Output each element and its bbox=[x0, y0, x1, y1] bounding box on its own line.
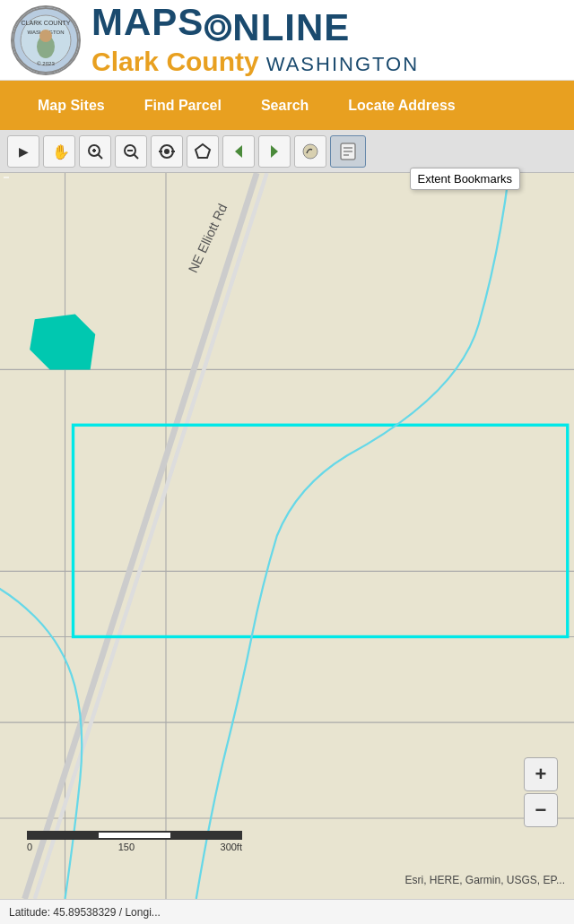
svg-text:CLARK COUNTY: CLARK COUNTY bbox=[22, 20, 71, 26]
header-title: MAPS ONLINE Clark County WASHINGTON bbox=[91, 4, 419, 77]
copyright-text bbox=[4, 177, 9, 178]
nav-find-parcel[interactable]: Find Parcel bbox=[125, 81, 241, 130]
coordinates-text: Latitude: 45.89538329 / Longi... bbox=[9, 906, 161, 919]
back-btn[interactable] bbox=[222, 135, 255, 168]
status-bar: Latitude: 45.89538329 / Longi... bbox=[0, 899, 574, 924]
scale-segment-3 bbox=[170, 831, 242, 840]
scale-label-0: 0 bbox=[27, 842, 32, 852]
nav-search[interactable]: Search bbox=[241, 81, 328, 130]
attribution-text: Esri, HERE, Garmin, USGS, EP... bbox=[405, 874, 566, 886]
scale-graphic bbox=[27, 831, 242, 840]
svg-text:✋: ✋ bbox=[52, 143, 68, 160]
zoom-out-btn[interactable]: − bbox=[524, 793, 558, 827]
scale-label-300ft: 300ft bbox=[221, 842, 242, 852]
svg-text:© 2023: © 2023 bbox=[37, 61, 55, 66]
full-extent-btn[interactable] bbox=[151, 135, 183, 168]
extent-bookmarks-tooltip: Extent Bookmarks bbox=[410, 168, 521, 190]
zoom-in-btn[interactable]: + bbox=[524, 757, 558, 791]
svg-point-22 bbox=[303, 144, 317, 159]
expand-toggle-btn[interactable]: ▶ bbox=[7, 135, 39, 168]
svg-marker-20 bbox=[235, 145, 242, 158]
svg-line-14 bbox=[134, 154, 138, 159]
zoom-out-tool-btn[interactable] bbox=[115, 135, 147, 168]
nav-locate-address[interactable]: Locate Address bbox=[328, 81, 474, 130]
app-name-maps: MAPS bbox=[91, 4, 204, 41]
identify-btn[interactable] bbox=[294, 135, 326, 168]
scale-segment-1 bbox=[27, 831, 99, 840]
pan-tool-btn[interactable]: ✋ bbox=[43, 135, 75, 168]
svg-line-11 bbox=[98, 154, 102, 159]
scale-labels: 0 150 300ft bbox=[27, 842, 242, 852]
map-svg: NE Elliott Rd bbox=[0, 173, 574, 899]
svg-point-5 bbox=[39, 30, 52, 42]
extent-bookmarks-btn[interactable] bbox=[330, 135, 366, 168]
nav-map-sites[interactable]: Map Sites bbox=[18, 81, 125, 130]
app-name-online: ONLINE bbox=[204, 9, 350, 47]
scale-bar: 0 150 300ft bbox=[27, 831, 242, 852]
county-name: Clark County bbox=[91, 47, 259, 77]
scale-label-150: 150 bbox=[118, 842, 135, 852]
map-container[interactable]: NE Elliott Rd + − 0 150 300ft Esri, HERE… bbox=[0, 173, 574, 899]
zoom-in-tool-btn[interactable] bbox=[79, 135, 111, 168]
navbar: Map Sites Find Parcel Search Locate Addr… bbox=[0, 81, 574, 130]
toolbar: ▶ ✋ bbox=[0, 130, 574, 173]
scale-segment-2 bbox=[99, 831, 170, 840]
svg-marker-19 bbox=[196, 144, 210, 158]
svg-marker-21 bbox=[271, 145, 278, 158]
svg-rect-27 bbox=[0, 173, 574, 899]
forward-btn[interactable] bbox=[258, 135, 291, 168]
svg-point-16 bbox=[164, 149, 170, 154]
logo: CLARK COUNTY WASHINGTON © 2023 bbox=[11, 5, 81, 75]
zoom-controls: + − bbox=[524, 757, 558, 827]
state-name: WASHINGTON bbox=[266, 53, 419, 76]
draw-tool-btn[interactable] bbox=[187, 135, 219, 168]
header: CLARK COUNTY WASHINGTON © 2023 MAPS ONLI… bbox=[0, 0, 574, 81]
